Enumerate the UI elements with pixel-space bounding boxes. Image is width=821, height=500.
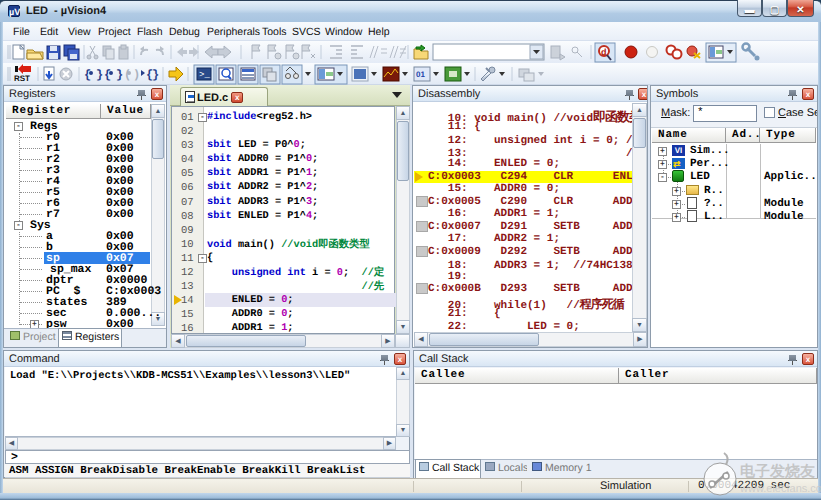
svg-text:}: } xyxy=(96,68,103,82)
svg-text:RST: RST xyxy=(14,74,30,83)
svg-text:}: } xyxy=(152,68,159,82)
svg-text:}: } xyxy=(116,68,123,82)
svg-text:): ) xyxy=(133,68,140,82)
svg-text:(: ( xyxy=(124,68,131,82)
svg-text:www.elecfans.com: www.elecfans.com xyxy=(739,483,821,495)
svg-text:>_: >_ xyxy=(199,70,210,80)
svg-text:01: 01 xyxy=(416,70,425,79)
svg-text:电子发烧友: 电子发烧友 xyxy=(740,463,815,480)
svg-text:{: { xyxy=(84,68,91,82)
svg-text:d: d xyxy=(601,47,607,57)
svg-text:{: { xyxy=(104,68,111,82)
